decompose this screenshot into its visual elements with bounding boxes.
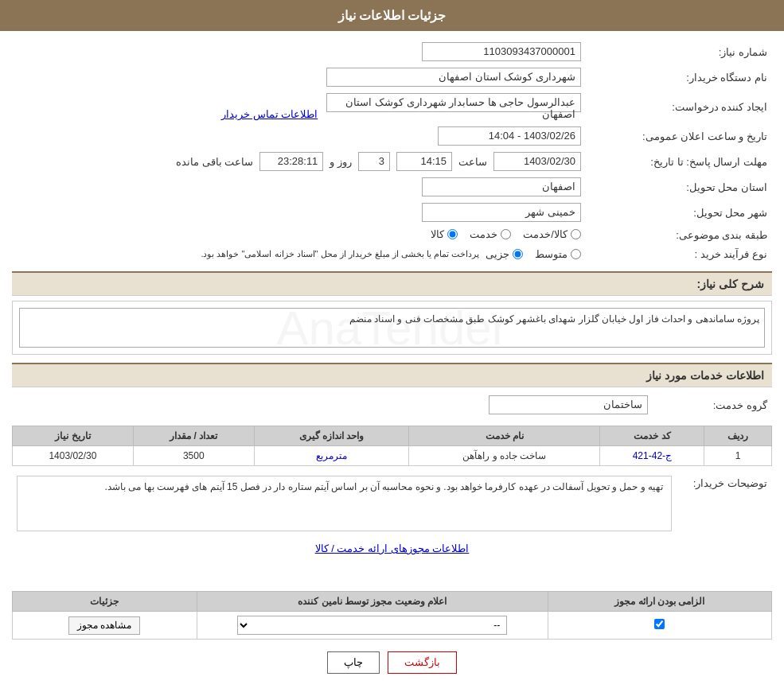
permit-details-cell: مشاهده مجوز bbox=[13, 612, 197, 640]
announce-date-label: تاریخ و ساعت اعلان عمومی: bbox=[586, 123, 772, 149]
services-header-row: ردیف کد خدمت نام خدمت واحد اندازه گیری ت… bbox=[13, 426, 772, 446]
category-service-radio[interactable] bbox=[501, 229, 511, 239]
response-days-value: 3 bbox=[358, 152, 390, 171]
col-unit: واحد اندازه گیری bbox=[254, 426, 408, 446]
category-goods-option[interactable]: کالا bbox=[431, 228, 458, 240]
category-radio-group: کالا/خدمت خدمت کالا bbox=[431, 228, 581, 240]
process-medium-option[interactable]: متوسط bbox=[535, 248, 581, 260]
permit-status-select[interactable]: -- bbox=[237, 616, 507, 635]
need-desc-section: AnaTender پروژه ساماندهی و احداث فاز اول… bbox=[12, 301, 772, 355]
page-title: جزئیات اطلاعات نیاز bbox=[338, 9, 447, 22]
category-cell: کالا/خدمت خدمت کالا bbox=[12, 225, 586, 245]
action-buttons-row: بازگشت چاپ bbox=[12, 651, 772, 674]
service-group-value: ساختمان bbox=[489, 395, 648, 414]
permits-table-body: --مشاهده مجوز bbox=[13, 612, 772, 640]
buyer-org-cell: شهرداری کوشک استان اصفهان bbox=[12, 64, 586, 90]
spacer bbox=[12, 561, 772, 585]
services-table-head: ردیف کد خدمت نام خدمت واحد اندازه گیری ت… bbox=[13, 426, 772, 446]
category-service-label: خدمت bbox=[470, 228, 497, 240]
permit-required-cell bbox=[548, 612, 771, 640]
creator-label: ایجاد کننده درخواست: bbox=[586, 90, 772, 123]
creator-contact-link[interactable]: اطلاعات تماس خریدار bbox=[221, 108, 318, 120]
city-cell: خمینی شهر bbox=[12, 200, 586, 225]
table-row: 1ج-42-421ساخت جاده و راهآهنمترمربع350014… bbox=[13, 446, 772, 466]
cell-service_name: ساخت جاده و راهآهن bbox=[409, 446, 600, 466]
process-partial-option[interactable]: جزیی bbox=[486, 248, 523, 260]
service-group-label: گروه خدمت: bbox=[653, 392, 772, 418]
process-row-content: متوسط جزیی پرداخت تمام یا بخشی از مبلغ خ… bbox=[17, 248, 581, 260]
announce-date-cell: 1403/02/26 - 14:04 bbox=[12, 123, 586, 149]
col-need-date: تاریخ نیاز bbox=[13, 426, 134, 446]
col-service-code: کد خدمت bbox=[600, 426, 704, 446]
category-goods-service-option[interactable]: کالا/خدمت bbox=[523, 228, 581, 240]
col-service-name: نام خدمت bbox=[409, 426, 600, 446]
remaining-label: ساعت باقی مانده bbox=[176, 156, 253, 168]
buyer-org-value: شهرداری کوشک استان اصفهان bbox=[326, 68, 581, 87]
process-partial-radio[interactable] bbox=[513, 249, 523, 259]
remaining-time-value: 23:28:11 bbox=[259, 152, 323, 171]
buyer-notes-cell: تهیه و حمل و تحویل آسفالت در عهده کارفرم… bbox=[12, 472, 677, 535]
need-desc-text: پروژه ساماندهی و احداث فاز اول خیابان گل… bbox=[19, 308, 765, 348]
services-table-body: 1ج-42-421ساخت جاده و راهآهنمترمربع350014… bbox=[13, 446, 772, 466]
category-goods-service-label: کالا/خدمت bbox=[523, 228, 568, 240]
permits-section-title[interactable]: اطلاعات مجوزهای ارائه خدمت / کالا bbox=[315, 542, 470, 554]
cell-row: 1 bbox=[704, 446, 772, 466]
response-deadline-label: مهلت ارسال پاسخ: تا تاریخ: bbox=[586, 149, 772, 174]
process-medium-radio[interactable] bbox=[571, 249, 581, 259]
creator-row: ایجاد کننده درخواست: عبدالرسول حاجی ها ح… bbox=[12, 90, 772, 123]
service-group-cell: ساختمان bbox=[12, 392, 653, 418]
category-label: طبقه بندی موضوعی: bbox=[586, 225, 772, 245]
process-partial-label: جزیی bbox=[486, 248, 509, 260]
services-section-header: اطلاعات خدمات مورد نیاز bbox=[12, 363, 772, 387]
col-row: ردیف bbox=[704, 426, 772, 446]
creator-value: عبدالرسول حاجی ها حسابدار شهرداری کوشک ا… bbox=[326, 93, 581, 112]
province-label: استان محل تحویل: bbox=[586, 174, 772, 200]
province-value: اصفهان bbox=[422, 177, 581, 196]
permit-required-checkbox[interactable] bbox=[654, 619, 665, 629]
category-goods-label: کالا bbox=[431, 228, 444, 240]
response-time-value: 14:15 bbox=[396, 152, 452, 171]
cell-quantity: 3500 bbox=[133, 446, 254, 466]
basic-info-table: شماره نیاز: 1103093437000001 نام دستگاه … bbox=[12, 39, 772, 263]
view-permit-button[interactable]: مشاهده مجوز bbox=[68, 616, 140, 635]
need-number-value: 1103093437000001 bbox=[422, 42, 581, 61]
category-row: طبقه بندی موضوعی: کالا/خدمت خدمت bbox=[12, 225, 772, 245]
category-service-option[interactable]: خدمت bbox=[470, 228, 511, 240]
need-number-cell: 1103093437000001 bbox=[12, 39, 586, 64]
process-cell: متوسط جزیی پرداخت تمام یا بخشی از مبلغ خ… bbox=[12, 245, 586, 263]
permits-header-row: الزامی بودن ارائه مجوز اعلام وضعیت مجوز … bbox=[13, 592, 772, 612]
need-number-row: شماره نیاز: 1103093437000001 bbox=[12, 39, 772, 64]
response-deadline-row: مهلت ارسال پاسخ: تا تاریخ: 1403/02/30 سا… bbox=[12, 149, 772, 174]
back-button[interactable]: بازگشت bbox=[388, 651, 457, 674]
permit-supplier-status-cell: -- bbox=[197, 612, 548, 640]
print-button[interactable]: چاپ bbox=[327, 651, 380, 674]
buyer-notes-row: توضیحات خریدار: تهیه و حمل و تحویل آسفال… bbox=[12, 472, 772, 535]
service-group-table: گروه خدمت: ساختمان bbox=[12, 392, 772, 418]
col-required: الزامی بودن ارائه مجوز bbox=[548, 592, 771, 612]
days-label: روز و bbox=[330, 156, 352, 168]
city-value: خمینی شهر bbox=[422, 203, 581, 222]
permit-row: --مشاهده مجوز bbox=[13, 612, 772, 640]
col-quantity: تعداد / مقدار bbox=[133, 426, 254, 446]
need-desc-section-title: شرح کلی نیاز: bbox=[697, 278, 764, 290]
category-goods-radio[interactable] bbox=[447, 229, 458, 239]
buyer-notes-table: توضیحات خریدار: تهیه و حمل و تحویل آسفال… bbox=[12, 472, 772, 535]
cell-need_date: 1403/02/30 bbox=[13, 446, 134, 466]
province-cell: اصفهان bbox=[12, 174, 586, 200]
permits-section-link: اطلاعات مجوزهای ارائه خدمت / کالا bbox=[12, 542, 772, 554]
city-row: شهر محل تحویل: خمینی شهر bbox=[12, 200, 772, 225]
services-section-title: اطلاعات خدمات مورد نیاز bbox=[646, 369, 764, 382]
cell-service_code: ج-42-421 bbox=[600, 446, 704, 466]
buyer-org-label: نام دستگاه خریدار: bbox=[586, 64, 772, 90]
cell-unit: مترمربع bbox=[254, 446, 408, 466]
buyer-notes-label: توضیحات خریدار: bbox=[677, 472, 772, 535]
announce-date-value: 1403/02/26 - 14:04 bbox=[438, 126, 581, 146]
page-header: جزئیات اطلاعات نیاز bbox=[0, 0, 784, 31]
process-row: نوع فرآیند خرید : متوسط جزیی bbox=[12, 245, 772, 263]
services-data-table: ردیف کد خدمت نام خدمت واحد اندازه گیری ت… bbox=[12, 426, 772, 466]
announce-date-row: تاریخ و ساعت اعلان عمومی: 1403/02/26 - 1… bbox=[12, 123, 772, 149]
service-group-row: گروه خدمت: ساختمان bbox=[12, 392, 772, 418]
category-goods-service-radio[interactable] bbox=[571, 229, 581, 239]
creator-cell: عبدالرسول حاجی ها حسابدار شهرداری کوشک ا… bbox=[12, 90, 586, 123]
main-content: شماره نیاز: 1103093437000001 نام دستگاه … bbox=[0, 31, 784, 682]
